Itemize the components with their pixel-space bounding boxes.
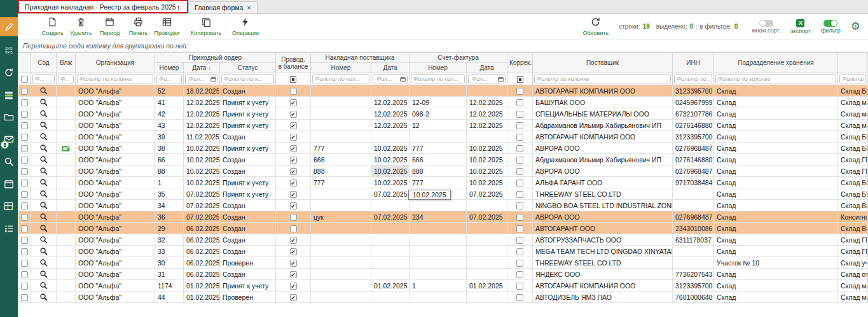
correction-cell[interactable] (507, 269, 533, 280)
table-row[interactable]: ООО "Альфа"3106.02.2025Создан✔ЯНДЕКС ООО… (18, 269, 868, 280)
row-checkbox[interactable] (21, 88, 28, 95)
row-checkbox[interactable] (21, 225, 28, 232)
table-row[interactable]: ООО "Альфа"8810.02.2025Создан✔88810.02.2… (18, 166, 868, 177)
posted-checkbox[interactable]: ✔ (290, 122, 297, 129)
correction-cell[interactable] (507, 280, 533, 292)
table-row[interactable]: ООО "Альфа"110.02.2025Принят к учету✔777… (18, 177, 868, 188)
open-record-cell[interactable] (31, 166, 57, 177)
posted-cell[interactable]: ✔ (276, 154, 311, 166)
open-record-cell[interactable] (31, 280, 57, 292)
table-row[interactable]: ООО "Альфа"6610.02.2025Создан✔66610.02.2… (18, 154, 868, 166)
filter-toggle[interactable]: фильтр (821, 20, 841, 34)
row-select-cell[interactable] (18, 177, 31, 188)
posted-cell[interactable]: ✔ (276, 166, 311, 177)
posted-checkbox[interactable]: ✔ (290, 145, 297, 152)
correction-cell[interactable] (507, 246, 533, 257)
row-select-cell[interactable] (18, 131, 31, 143)
select-all-checkbox[interactable] (21, 76, 28, 83)
posted-column-header[interactable]: Провод. в балансе (276, 53, 311, 73)
row-select-cell[interactable] (18, 108, 31, 120)
invoice-number-header[interactable]: Номер (410, 63, 467, 73)
sidebar-item-calendar[interactable] (0, 178, 18, 190)
correction-checkbox[interactable] (516, 157, 523, 164)
correction-checkbox[interactable] (516, 248, 523, 255)
row-checkbox[interactable] (21, 122, 28, 129)
correction-cell[interactable] (507, 120, 533, 131)
filter-invoice-date-input[interactable] (470, 75, 497, 83)
row-checkbox[interactable] (21, 214, 28, 221)
filter-order-number-input[interactable] (156, 74, 182, 83)
row-select-cell[interactable] (18, 223, 31, 234)
filter-storage-input[interactable] (715, 74, 836, 83)
posted-checkbox[interactable]: ✔ (290, 99, 297, 106)
correction-checkbox[interactable] (516, 202, 523, 209)
posted-cell[interactable]: ✔ (276, 234, 311, 246)
posted-checkbox[interactable]: ✔ (290, 271, 297, 278)
content-column-header[interactable]: Сод (31, 53, 57, 73)
correction-cell[interactable] (507, 200, 533, 211)
row-select-cell[interactable] (18, 211, 31, 223)
sidebar-item-search[interactable] (0, 155, 18, 168)
correction-cell[interactable] (507, 234, 533, 246)
posted-cell[interactable]: ✔ (276, 97, 311, 108)
correction-cell[interactable] (507, 143, 533, 154)
posted-cell[interactable]: ✔ (276, 120, 311, 131)
row-checkbox[interactable] (21, 260, 28, 267)
correction-checkbox[interactable] (516, 237, 523, 244)
delete-button[interactable]: Удалить (67, 15, 95, 38)
correction-cell[interactable] (507, 257, 533, 269)
row-checkbox[interactable] (21, 283, 28, 290)
posted-cell[interactable] (276, 211, 311, 223)
grouping-drop-zone[interactable]: Перетащите сюда колонку для группировки … (18, 39, 868, 52)
create-button[interactable]: Создать (38, 15, 67, 38)
open-record-cell[interactable] (31, 257, 57, 269)
table-row[interactable]: ООО "Альфа"117401.02.2025Принят к учету✔… (18, 280, 868, 292)
table-row[interactable]: ООО "Альфа"3607.02.2025Созданцук07.02.20… (18, 211, 868, 223)
close-icon[interactable]: × (247, 4, 251, 11)
supplier-column-header[interactable]: Поставщик (533, 53, 673, 73)
posted-checkbox[interactable] (290, 88, 297, 95)
open-record-cell[interactable] (31, 200, 57, 211)
correction-cell[interactable] (507, 131, 533, 143)
tab-incoming-invoice-registry[interactable]: Приходная накладная - Реестр за февраль … (18, 0, 188, 13)
posted-cell[interactable]: ✔ (276, 108, 311, 120)
row-checkbox[interactable] (21, 191, 28, 198)
posted-checkbox[interactable]: ✔ (290, 294, 297, 301)
order-date-header[interactable]: Дата ↓ (184, 63, 220, 73)
calendar-icon[interactable] (498, 76, 504, 82)
posted-checkbox[interactable]: ✔ (290, 202, 297, 209)
row-select-cell[interactable] (18, 292, 31, 303)
open-record-cell[interactable] (31, 223, 57, 234)
order-number-header[interactable]: Номер (155, 63, 184, 73)
row-checkbox[interactable] (21, 202, 28, 209)
posted-checkbox[interactable]: ✔ (290, 157, 297, 164)
posted-cell[interactable]: ✔ (276, 200, 311, 211)
warehouse-column-header[interactable] (838, 53, 868, 73)
table-row[interactable]: ООО "Альфа"4312.02.2025Принят к учету✔12… (18, 120, 868, 131)
table-row[interactable]: ООО "Альфа"3911.02.2025Создан✔АВТОГАРАНТ… (18, 131, 868, 143)
row-select-cell[interactable] (18, 154, 31, 166)
table-row[interactable]: ООО "Альфа"3006.02.2025Проверен✔THREEWAY… (18, 257, 868, 269)
order-status-header[interactable]: Статус (220, 63, 276, 73)
posted-cell[interactable]: ✔ (276, 246, 311, 257)
correction-checkbox[interactable] (516, 225, 523, 232)
open-record-cell[interactable] (31, 177, 57, 188)
table-row[interactable]: ООО "Альфа"2906.02.2025СозданАВТОГАРАНТ … (18, 223, 868, 234)
table-row[interactable]: ООО "Альфа"3306.02.2025Создан✔MEGA TEAM … (18, 246, 868, 257)
correction-checkbox[interactable] (516, 191, 523, 198)
organization-column-header[interactable]: Организация (76, 53, 155, 73)
posted-cell[interactable]: ✔ (276, 177, 311, 188)
posted-checkbox[interactable]: ✔ (290, 260, 297, 267)
posted-checkbox[interactable]: ✔ (290, 283, 297, 290)
row-select-cell[interactable] (18, 120, 31, 131)
filter-supplier-invoice-date-input[interactable] (375, 75, 399, 83)
correction-checkbox[interactable] (516, 260, 523, 267)
correction-checkbox[interactable] (516, 88, 523, 95)
sidebar-item-edit[interactable] (0, 17, 18, 36)
attachments-column-header[interactable]: Влж (57, 53, 76, 73)
supplier-invoice-number-header[interactable]: Номер (311, 63, 371, 73)
export-button[interactable]: X экспорт (790, 19, 811, 34)
posted-cell[interactable] (276, 85, 311, 97)
correction-filter-checkbox[interactable] (517, 76, 523, 83)
correction-cell[interactable] (507, 223, 533, 234)
